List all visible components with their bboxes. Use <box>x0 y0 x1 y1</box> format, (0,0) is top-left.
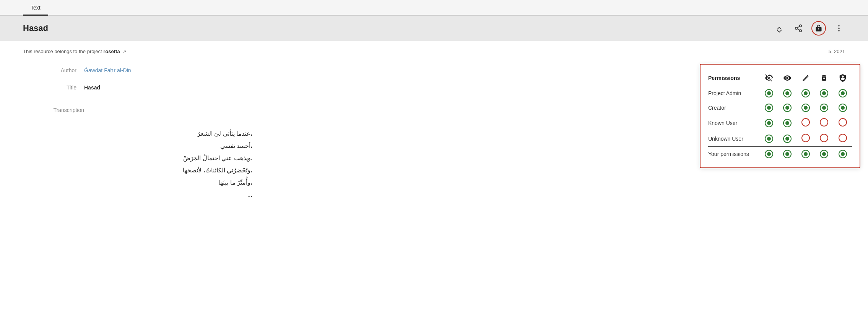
perm-allowed-icon <box>765 104 773 112</box>
arabic-line-6: ... <box>61 189 252 201</box>
perm-denied-icon <box>801 118 810 127</box>
perm-col-manage <box>834 71 852 86</box>
svg-point-2 <box>800 30 802 32</box>
author-row: Author Ġawdat Faḥr al-Din <box>23 62 252 79</box>
perm-cell <box>815 131 833 147</box>
perm-allowed-icon <box>801 150 810 158</box>
perm-allowed-icon <box>783 135 792 143</box>
expand-icon[interactable] <box>773 22 785 34</box>
arabic-line-5: ،وأُميِّزَ ما بينَها <box>61 177 252 189</box>
project-name[interactable]: rosetta <box>103 49 120 54</box>
perm-role-label: Creator <box>708 101 759 115</box>
perm-allowed-icon <box>783 119 792 127</box>
title-row: Title Hasad <box>23 79 252 96</box>
share-icon[interactable] <box>792 22 805 34</box>
title-label: Title <box>23 84 84 91</box>
perm-cell <box>796 131 815 147</box>
header-actions <box>773 21 845 36</box>
author-label: Author <box>23 67 84 73</box>
main-content: This resource belongs to the project ros… <box>0 41 868 209</box>
project-info: This resource belongs to the project ros… <box>23 49 845 54</box>
arabic-line-3: .ويذهب عني احتمالُ المَرَضْ <box>61 152 252 164</box>
perm-col-hide <box>759 71 778 86</box>
perm-cell <box>778 131 796 147</box>
date-info: 5, 2021 <box>829 49 845 54</box>
perm-allowed-icon <box>820 104 828 112</box>
svg-point-1 <box>795 27 798 29</box>
perm-cell <box>815 147 833 162</box>
page-title: Hasad <box>23 23 48 33</box>
perm-col-delete <box>815 71 833 86</box>
external-link-icon[interactable]: ↗ <box>123 49 126 54</box>
svg-point-5 <box>838 25 840 27</box>
perm-row: Creator <box>708 101 852 115</box>
perm-allowed-icon <box>839 150 847 158</box>
perm-cell <box>796 101 815 115</box>
project-info-text: This resource belongs to the project <box>23 49 102 54</box>
perm-denied-icon <box>839 118 847 127</box>
perm-allowed-icon <box>839 89 847 97</box>
arabic-line-4: ،وتَحْضرُني الكائناتُ، لأنصحَها <box>61 164 252 177</box>
permissions-title: Permissions <box>708 71 759 86</box>
permissions-header-row: Permissions <box>708 71 852 86</box>
svg-point-7 <box>838 30 840 32</box>
perm-allowed-icon <box>765 119 773 127</box>
permissions-popup: Permissions <box>700 64 860 168</box>
title-value: Hasad <box>84 84 100 91</box>
perm-allowed-icon <box>765 89 773 97</box>
metadata-table: Author Ġawdat Faḥr al-Din Title Hasad Tr… <box>23 62 252 124</box>
svg-point-0 <box>800 25 802 27</box>
svg-point-6 <box>838 28 840 29</box>
lock-icon[interactable] <box>811 21 826 36</box>
perm-cell <box>834 131 852 147</box>
perm-cell <box>778 101 796 115</box>
perm-col-view <box>778 71 796 86</box>
perm-cell <box>834 115 852 131</box>
more-options-icon[interactable] <box>833 22 845 34</box>
perm-role-label: Your permissions <box>708 147 759 162</box>
perm-cell <box>759 147 778 162</box>
perm-row: Unknown User <box>708 131 852 147</box>
arabic-line-2: ،أحسد نفسي <box>61 140 252 152</box>
perm-allowed-icon <box>820 89 828 97</box>
perm-cell <box>796 147 815 162</box>
perm-denied-icon <box>820 134 828 142</box>
perm-cell <box>834 86 852 101</box>
perm-denied-icon <box>801 134 810 142</box>
perm-denied-icon <box>839 134 847 142</box>
perm-cell <box>834 101 852 115</box>
perm-allowed-icon <box>783 150 792 158</box>
perm-row: Your permissions <box>708 147 852 162</box>
perm-col-edit <box>796 71 815 86</box>
svg-line-3 <box>797 29 800 30</box>
perm-cell <box>778 147 796 162</box>
perm-allowed-icon <box>801 104 810 112</box>
perm-cell <box>778 86 796 101</box>
tab-text[interactable]: Text <box>23 0 48 16</box>
perm-allowed-icon <box>820 150 828 158</box>
perm-role-label: Unknown User <box>708 131 759 147</box>
arabic-line-1: ،عندما يتأتى ليَ الشعرُ <box>61 128 252 140</box>
perm-cell <box>778 115 796 131</box>
header-bar: Hasad <box>0 16 868 41</box>
perm-denied-icon <box>820 118 828 127</box>
perm-cell <box>815 86 833 101</box>
perm-role-label: Known User <box>708 115 759 131</box>
transcription-label: Transcription <box>23 102 84 118</box>
perm-row: Project Admin <box>708 86 852 101</box>
perm-cell <box>759 86 778 101</box>
perm-cell <box>796 115 815 131</box>
perm-cell <box>796 86 815 101</box>
arabic-text: ،عندما يتأتى ليَ الشعرُ ،أحسد نفسي .ويذه… <box>61 128 252 201</box>
perm-cell <box>759 131 778 147</box>
perm-cell <box>759 101 778 115</box>
perm-role-label: Project Admin <box>708 86 759 101</box>
perm-allowed-icon <box>765 135 773 143</box>
perm-row: Known User <box>708 115 852 131</box>
transcription-row: Transcription <box>23 96 252 124</box>
perm-cell <box>815 101 833 115</box>
perm-allowed-icon <box>839 104 847 112</box>
svg-line-4 <box>797 26 800 28</box>
perm-cell <box>759 115 778 131</box>
perm-allowed-icon <box>765 150 773 158</box>
